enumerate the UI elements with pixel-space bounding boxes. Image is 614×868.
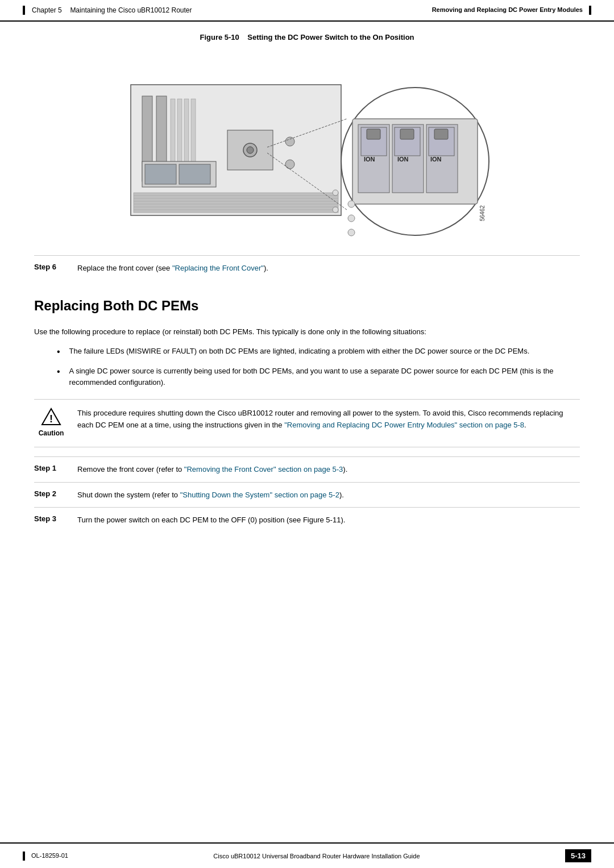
step-1-text-end: ). — [343, 465, 347, 474]
step-1-link[interactable]: "Removing the Front Cover" section on pa… — [184, 465, 343, 474]
bullet-text-2: A single DC power source is currently be… — [69, 366, 580, 389]
step-1-label: Step 1 — [34, 464, 68, 475]
svg-point-41 — [348, 215, 355, 222]
svg-rect-39 — [434, 129, 448, 139]
svg-rect-16 — [179, 164, 210, 184]
header-right-text: Removing and Replacing DC Power Entry Mo… — [432, 6, 583, 13]
step-2-row: Step 2 Shut down the system (refer to "S… — [34, 482, 580, 508]
header-bar-indicator — [23, 6, 25, 15]
step-2-link[interactable]: "Shutting Down the System" section on pa… — [180, 491, 339, 499]
footer-left-bar — [23, 852, 25, 861]
diagram-svg: // inline dots for ventilation — [114, 51, 500, 244]
figure-caption-bold: Figure 5-10 — [200, 33, 239, 41]
chapter-label: Chapter 5 — [32, 6, 62, 14]
svg-text:!: ! — [49, 413, 53, 425]
step-6-text: Replace the front cover (see — [77, 264, 172, 272]
svg-point-23 — [333, 207, 338, 213]
header-bar: Chapter 5 Maintaining the Cisco uBR10012… — [0, 0, 614, 22]
step-3-label: Step 3 — [34, 514, 68, 526]
svg-point-40 — [348, 201, 355, 207]
footer-center: Cisco uBR10012 Universal Broadband Route… — [213, 853, 420, 859]
main-content: Figure 5-10 Setting the DC Power Switch … — [0, 22, 614, 567]
step-6-content: Replace the front cover (see "Replacing … — [77, 263, 580, 274]
svg-point-22 — [333, 190, 338, 196]
figure-diagram: // inline dots for ventilation — [34, 51, 580, 244]
section-intro: Use the following procedure to replace (… — [34, 326, 580, 338]
svg-text:ION: ION — [430, 156, 442, 163]
svg-rect-15 — [145, 164, 176, 184]
step-1-row: Step 1 Remove the front cover (refer to … — [34, 456, 580, 482]
svg-point-19 — [247, 147, 254, 153]
svg-rect-31 — [367, 129, 380, 139]
step-6-text-end: ). — [264, 264, 268, 272]
step-1-content: Remove the front cover (refer to "Removi… — [77, 464, 580, 475]
footer-page-number: 5-13 — [565, 849, 591, 862]
diagram-id: 56462 — [479, 205, 486, 221]
caution-text: This procedure requires shutting down th… — [77, 408, 580, 439]
list-item: The failure LEDs (MISWIRE or FAULT) on b… — [57, 346, 580, 358]
header-right-section: Removing and Replacing DC Power Entry Mo… — [432, 6, 591, 15]
svg-rect-35 — [400, 129, 414, 139]
step-6-link[interactable]: "Replacing the Front Cover" — [172, 264, 264, 272]
caution-link[interactable]: "Removing and Replacing DC Power Entry M… — [284, 421, 524, 429]
list-item: A single DC power source is currently be… — [57, 366, 580, 389]
svg-text:ION: ION — [364, 156, 375, 163]
footer-bar: OL-18259-01 Cisco uBR10012 Universal Bro… — [0, 842, 614, 868]
svg-point-21 — [285, 160, 294, 169]
caution-icon-col: ! Caution — [34, 408, 68, 439]
bullet-text-1: The failure LEDs (MISWIRE or FAULT) on b… — [69, 346, 530, 358]
step-2-label: Step 2 — [34, 489, 68, 501]
chapter-title: Maintaining the Cisco uBR10012 Router — [70, 6, 192, 14]
footer-doc-id: OL-18259-01 — [31, 852, 68, 858]
caution-box: ! Caution This procedure requires shutti… — [34, 399, 580, 447]
step-2-text-end: ). — [339, 491, 344, 499]
header-left: Chapter 5 Maintaining the Cisco uBR10012… — [23, 6, 192, 15]
caution-triangle-icon: ! — [41, 408, 61, 426]
svg-text:ION: ION — [397, 156, 409, 163]
figure-caption-text: Setting the DC Power Switch to the On Po… — [247, 33, 414, 41]
caution-text-end: . — [524, 421, 526, 429]
figure-section: Figure 5-10 Setting the DC Power Switch … — [34, 33, 580, 244]
steps-section: Step 1 Remove the front cover (refer to … — [34, 456, 580, 533]
step-6-row: Step 6 Replace the front cover (see "Rep… — [34, 255, 580, 281]
step-2-text: Shut down the system (refer to — [77, 491, 180, 499]
step-3-row: Step 3 Turn the power switch on each DC … — [34, 507, 580, 533]
caution-label: Caution — [39, 428, 64, 439]
step-2-content: Shut down the system (refer to "Shutting… — [77, 489, 580, 501]
section-heading: Replacing Both DC PEMs — [34, 298, 580, 316]
bullet-list: The failure LEDs (MISWIRE or FAULT) on b… — [57, 346, 580, 389]
figure-caption: Figure 5-10 Setting the DC Power Switch … — [34, 33, 580, 41]
step-1-text: Remove the front cover (refer to — [77, 465, 184, 474]
svg-point-20 — [285, 137, 294, 146]
step-6-label: Step 6 — [34, 263, 68, 274]
svg-point-42 — [348, 229, 355, 236]
footer-left: OL-18259-01 — [23, 852, 68, 861]
header-right-bar — [589, 6, 591, 15]
step-3-content: Turn the power switch on each DC PEM to … — [77, 514, 580, 526]
